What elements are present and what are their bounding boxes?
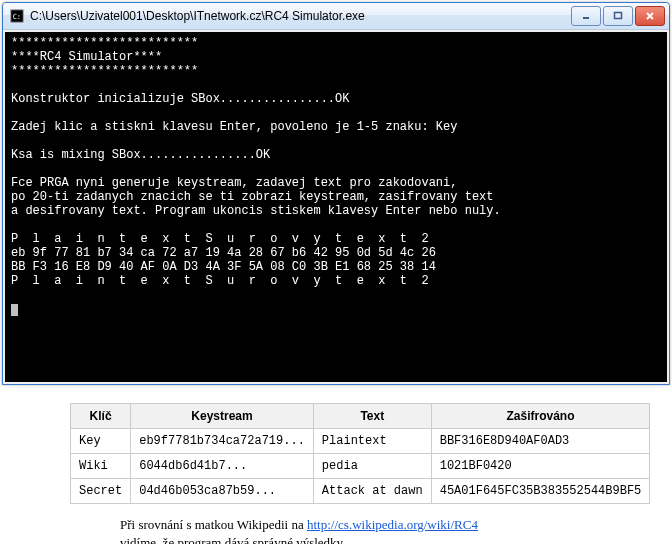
col-text: Text: [313, 404, 431, 429]
table-row: Wiki 6044db6d41b7... pedia 1021BF0420: [71, 454, 650, 479]
wikipedia-link[interactable]: http://cs.wikipedia.org/wiki/RC4: [307, 517, 478, 532]
console-line: po 20-ti zadanych znacich se ti zobrazi …: [11, 190, 493, 204]
cell-text: pedia: [313, 454, 431, 479]
cursor-icon: [11, 304, 18, 316]
table-header-row: Klíč Keystream Text Zašifrováno: [71, 404, 650, 429]
minimize-button[interactable]: [571, 6, 601, 26]
app-icon: C:: [9, 8, 25, 24]
cell-text: Plaintext: [313, 429, 431, 454]
close-button[interactable]: [635, 6, 665, 26]
console-line: Zadej klic a stiskni klavesu Enter, povo…: [11, 120, 457, 134]
col-key: Klíč: [71, 404, 131, 429]
console-line: **************************: [11, 36, 198, 50]
console-line: eb 9f 77 81 b7 34 ca 72 a7 19 4a 28 67 b…: [11, 246, 436, 260]
col-keystream: Keystream: [131, 404, 314, 429]
cell-key: Key: [71, 429, 131, 454]
titlebar[interactable]: C: C:\Users\Uzivatel001\Desktop\ITnetwor…: [3, 3, 669, 30]
table-row: Key eb9f7781b734ca72a719... Plaintext BB…: [71, 429, 650, 454]
col-cipher: Zašifrováno: [431, 404, 650, 429]
cell-text: Attack at dawn: [313, 479, 431, 504]
results-table: Klíč Keystream Text Zašifrováno Key eb9f…: [70, 403, 650, 504]
svg-text:C:: C:: [13, 13, 21, 21]
console-line: Konstruktor inicializuje SBox...........…: [11, 92, 349, 106]
cell-keystream: eb9f7781b734ca72a719...: [131, 429, 314, 454]
cell-key: Secret: [71, 479, 131, 504]
console-line: BB F3 16 E8 D9 40 AF 0A D3 4A 3F 5A 08 C…: [11, 260, 436, 274]
console-line: P l a i n t e x t S u r o v y t e x t 2: [11, 232, 429, 246]
caption-text: Při srovnání s matkou Wikipedii na http:…: [120, 516, 632, 544]
app-window: C: C:\Users\Uzivatel001\Desktop\ITnetwor…: [2, 2, 670, 385]
cell-cipher: 1021BF0420: [431, 454, 650, 479]
cell-keystream: 04d46b053ca87b59...: [131, 479, 314, 504]
cell-cipher: 45A01F645FC35B383552544B9BF5: [431, 479, 650, 504]
comparison-section: Klíč Keystream Text Zašifrováno Key eb9f…: [0, 385, 672, 544]
console-line: P l a i n t e x t S u r o v y t e x t 2: [11, 274, 429, 288]
table-row: Secret 04d46b053ca87b59... Attack at daw…: [71, 479, 650, 504]
cell-keystream: 6044db6d41b7...: [131, 454, 314, 479]
window-title: C:\Users\Uzivatel001\Desktop\ITnetwork.c…: [30, 9, 571, 23]
console-line: Ksa is mixing SBox................OK: [11, 148, 270, 162]
window-controls: [571, 6, 665, 26]
cell-key: Wiki: [71, 454, 131, 479]
caption-part2: vidíme, že program dává správné výsledky…: [120, 535, 346, 544]
maximize-button[interactable]: [603, 6, 633, 26]
cell-cipher: BBF316E8D940AF0AD3: [431, 429, 650, 454]
console-line: a desifrovany text. Program ukoncis stis…: [11, 204, 501, 218]
caption-part1: Při srovnání s matkou Wikipedii na: [120, 517, 307, 532]
svg-rect-3: [615, 13, 622, 19]
console-line: Fce PRGA nyni generuje keystream, zadave…: [11, 176, 457, 190]
console-line: **************************: [11, 64, 198, 78]
console-output[interactable]: ************************** ****RC4 Simul…: [5, 32, 667, 382]
console-line: ****RC4 Simulator****: [11, 50, 162, 64]
console-frame: ************************** ****RC4 Simul…: [3, 30, 669, 384]
